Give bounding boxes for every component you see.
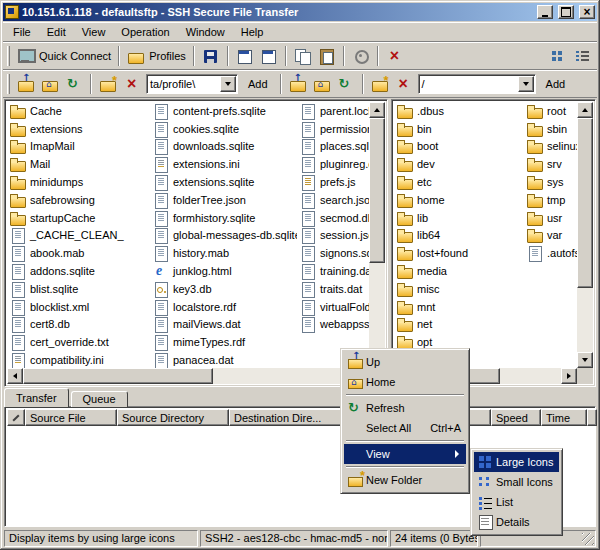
column-time[interactable]: Time xyxy=(541,409,587,426)
file-item[interactable]: ImapMail xyxy=(7,138,150,156)
save-button[interactable] xyxy=(199,45,223,67)
local-new-folder-button[interactable] xyxy=(96,73,120,95)
file-item[interactable]: training.dat xyxy=(297,262,369,280)
column-source-file[interactable]: Source File xyxy=(25,409,117,426)
local-vertical-scrollbar[interactable] xyxy=(369,102,385,368)
file-item[interactable]: sbin xyxy=(524,120,577,138)
file-item[interactable]: net xyxy=(394,316,524,334)
menu-file[interactable]: File xyxy=(5,24,39,40)
scroll-up-button[interactable] xyxy=(577,102,593,118)
remote-path-combo[interactable]: / xyxy=(418,74,536,94)
profiles-button[interactable]: Profiles xyxy=(124,45,189,67)
file-item[interactable]: parent.lock xyxy=(297,102,369,120)
remote-file-list[interactable]: .dbusbinbootdevetchomeliblib64lost+found… xyxy=(394,102,577,368)
file-item[interactable]: blist.sqlite xyxy=(7,280,150,298)
toolbar-grip[interactable] xyxy=(7,74,10,94)
file-item[interactable]: usr xyxy=(524,209,577,227)
local-horizontal-scrollbar[interactable] xyxy=(7,368,369,384)
file-item[interactable]: panacea.dat xyxy=(150,351,297,368)
menu-operation[interactable]: Operation xyxy=(113,24,177,40)
file-item[interactable]: junklog.html xyxy=(150,262,297,280)
file-item[interactable]: permissions.sqlite xyxy=(297,120,369,138)
file-item[interactable]: root xyxy=(524,102,577,120)
file-item[interactable]: signons.sqlite xyxy=(297,244,369,262)
file-item[interactable]: prefs.js xyxy=(297,173,369,191)
context-menu-up[interactable]: Up xyxy=(344,352,466,372)
file-item[interactable]: abook.mab xyxy=(7,244,150,262)
remote-home-button[interactable] xyxy=(310,73,334,95)
remote-vertical-scrollbar[interactable] xyxy=(577,102,593,368)
context-menu-view[interactable]: View xyxy=(344,444,466,464)
file-item[interactable]: lib xyxy=(394,209,524,227)
local-up-button[interactable] xyxy=(14,73,38,95)
local-path-combo[interactable]: ta/profile\ xyxy=(146,74,238,94)
remote-up-button[interactable] xyxy=(286,73,310,95)
local-refresh-button[interactable] xyxy=(62,73,86,95)
resize-grip[interactable] xyxy=(582,533,594,545)
menu-edit[interactable]: Edit xyxy=(39,24,74,40)
file-item[interactable]: startupCache xyxy=(7,209,150,227)
file-item[interactable]: misc xyxy=(394,280,524,298)
remote-refresh-button[interactable] xyxy=(334,73,358,95)
file-item[interactable]: var xyxy=(524,227,577,245)
column-speed[interactable]: Speed xyxy=(491,409,541,426)
context-menu-new-folder[interactable]: New Folder xyxy=(344,470,466,490)
details-view-button[interactable] xyxy=(571,45,595,67)
file-item[interactable]: minidumps xyxy=(7,173,150,191)
scroll-thumb[interactable] xyxy=(577,118,593,288)
file-item[interactable]: _CACHE_CLEAN_ xyxy=(7,227,150,245)
remote-new-folder-button[interactable] xyxy=(368,73,392,95)
file-item[interactable]: search.json xyxy=(297,191,369,209)
file-item[interactable]: mailViews.dat xyxy=(150,316,297,334)
file-item[interactable]: downloads.sqlite xyxy=(150,138,297,156)
file-item[interactable]: Mail xyxy=(7,155,150,173)
file-item[interactable]: compatibility.ini xyxy=(7,351,150,368)
file-item[interactable]: extensions.sqlite xyxy=(150,173,297,191)
view-option-list[interactable]: List xyxy=(474,492,559,512)
paste-button[interactable] xyxy=(315,45,339,67)
tab-queue[interactable]: Queue xyxy=(71,391,128,407)
file-item[interactable]: folderTree.json xyxy=(150,191,297,209)
file-item[interactable]: cookies.sqlite xyxy=(150,120,297,138)
menu-help[interactable]: Help xyxy=(233,24,272,40)
view-option-large-icons[interactable]: Large Icons xyxy=(474,452,559,472)
view-option-small-icons[interactable]: Small Icons xyxy=(474,472,559,492)
scroll-track[interactable] xyxy=(369,263,385,352)
remote-path-dropdown-button[interactable] xyxy=(518,76,534,92)
file-item[interactable]: cert8.db xyxy=(7,316,150,334)
menu-view[interactable]: View xyxy=(74,24,114,40)
settings-button[interactable] xyxy=(349,45,373,67)
file-item[interactable]: virtualFolders.dat xyxy=(297,298,369,316)
file-item[interactable]: extensions.ini xyxy=(150,155,297,173)
file-item[interactable]: key3.db xyxy=(150,280,297,298)
title-bar[interactable]: 10.151.61.118 - defaultsftp - SSH Secure… xyxy=(3,3,597,21)
file-item[interactable]: mnt xyxy=(394,298,524,316)
column-source-directory[interactable]: Source Directory xyxy=(117,409,229,426)
file-item[interactable]: content-prefs.sqlite xyxy=(150,102,297,120)
tab-transfer[interactable]: Transfer xyxy=(4,388,69,407)
local-home-button[interactable] xyxy=(38,73,62,95)
local-path-dropdown-button[interactable] xyxy=(220,76,236,92)
file-item[interactable]: traits.dat xyxy=(297,280,369,298)
context-menu-select-all[interactable]: Select AllCtrl+A xyxy=(344,418,466,438)
file-item[interactable]: media xyxy=(394,262,524,280)
copy-button[interactable] xyxy=(291,45,315,67)
scroll-up-button[interactable] xyxy=(369,102,385,118)
file-item[interactable]: webappsstore.sqlite xyxy=(297,316,369,334)
file-item[interactable]: pluginreg.dat xyxy=(297,155,369,173)
file-item[interactable]: .dbus xyxy=(394,102,524,120)
minimize-button[interactable] xyxy=(537,5,553,19)
file-item[interactable]: dev xyxy=(394,155,524,173)
abort-button[interactable] xyxy=(383,45,407,67)
file-item[interactable]: safebrowsing xyxy=(7,191,150,209)
scroll-left-button[interactable] xyxy=(7,368,23,384)
file-item[interactable]: mimeTypes.rdf xyxy=(150,333,297,351)
scroll-track[interactable] xyxy=(500,368,561,384)
file-item[interactable]: home xyxy=(394,191,524,209)
file-item[interactable]: boot xyxy=(394,138,524,156)
file-item[interactable]: global-messages-db.sqlite xyxy=(150,227,297,245)
scroll-track[interactable] xyxy=(213,368,353,384)
local-delete-button[interactable] xyxy=(120,73,144,95)
view-option-details[interactable]: Details xyxy=(474,512,559,532)
scroll-right-button[interactable] xyxy=(561,368,577,384)
